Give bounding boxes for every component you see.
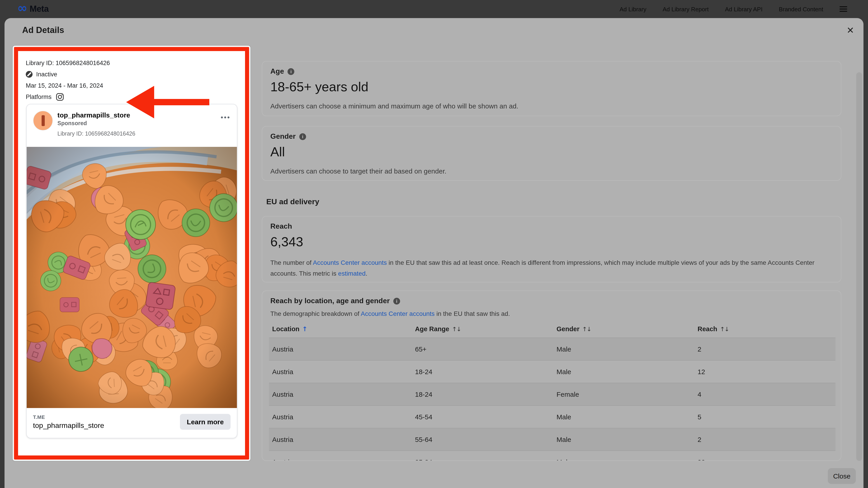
table-cell: Austria	[272, 338, 293, 360]
table-cell: Male	[557, 451, 571, 461]
nav-link-ad-library-api[interactable]: Ad Library API	[725, 6, 763, 12]
sort-both-icon: ↑↓	[452, 326, 461, 332]
reach-description: The number of Accounts Center accounts i…	[270, 257, 834, 279]
sort-both-icon: ↑↓	[582, 326, 591, 332]
ad-card-header: top_pharmapills_store Sponsored Library …	[27, 104, 237, 147]
table-cell: Austria	[272, 406, 293, 428]
table-cell: Male	[557, 338, 571, 360]
table-cell: 12	[698, 361, 705, 383]
modal-scrollbar[interactable]	[856, 72, 862, 461]
table-cell: Austria	[272, 383, 293, 405]
sponsored-label: Sponsored	[57, 120, 216, 127]
table-cell: Austria	[272, 428, 293, 451]
inactive-icon	[26, 71, 33, 78]
ad-date-range: Mar 15, 2024 - Mar 16, 2024	[26, 82, 237, 90]
breakdown-desc-text: The demographic breakdown of	[270, 310, 361, 317]
nav-link-ad-library[interactable]: Ad Library	[620, 6, 647, 12]
modal-title: Ad Details	[22, 25, 64, 35]
gender-value: All	[270, 144, 285, 160]
sort-header-location[interactable]: Location↑	[272, 325, 307, 332]
reach-breakdown-title: Reach by location, age and gender	[270, 297, 390, 305]
sort-header-age-range[interactable]: Age Range↑↓	[415, 325, 461, 332]
table-cell: 22	[698, 451, 705, 461]
table-cell: Female	[557, 383, 579, 405]
nav-links: Ad LibraryAd Library ReportAd Library AP…	[620, 0, 847, 18]
reach-desc-text: The number of	[270, 259, 313, 266]
reach-breakdown-card: Reach by location, age and gender i The …	[262, 291, 841, 461]
more-options-icon[interactable]: •••	[221, 111, 230, 147]
table-row: Austria25-34Male22	[269, 451, 835, 461]
instagram-icon	[56, 92, 64, 101]
reach-desc-text: .	[366, 270, 367, 277]
table-cell: 25-34	[415, 451, 432, 461]
meta-infinity-icon: ∞	[17, 0, 27, 17]
sort-both-icon: ↑↓	[720, 326, 729, 332]
eu-ad-delivery-heading: EU ad delivery	[266, 197, 319, 206]
learn-more-button[interactable]: Learn more	[180, 414, 230, 430]
hamburger-menu-icon[interactable]	[839, 6, 847, 12]
accounts-center-accounts-link[interactable]: Accounts Center accounts	[313, 259, 387, 266]
platforms-row: Platforms	[26, 92, 237, 101]
info-icon[interactable]: i	[299, 133, 306, 140]
ad-library-id: Library ID: 1065968248016426	[26, 59, 237, 67]
age-description: Advertisers can choose a minimum and max…	[270, 102, 518, 110]
table-cell: 2	[698, 338, 702, 360]
reach-table-body: Austria65+Male2Austria18-24Male12Austria…	[269, 337, 835, 461]
nav-link-ad-library-report[interactable]: Ad Library Report	[662, 6, 709, 12]
gender-description: Advertisers can choose to target their a…	[270, 167, 446, 175]
table-cell: 4	[698, 383, 702, 405]
top-nav-bar: ∞ Meta Ad LibraryAd Library ReportAd Lib…	[0, 0, 868, 18]
advertiser-page-name[interactable]: top_pharmapills_store	[57, 111, 216, 119]
reach-breakdown-description: The demographic breakdown of Accounts Ce…	[270, 310, 510, 317]
breakdown-desc-text: in the EU that saw this ad.	[435, 310, 510, 317]
gender-label: Gender	[270, 132, 296, 140]
ad-card-library-id: Library ID: 1065968248016426	[57, 130, 216, 137]
table-cell: Austria	[272, 361, 293, 383]
ad-card-footer: T.ME top_pharmapills_store Learn more	[27, 408, 237, 438]
ad-status: Inactive	[36, 70, 57, 78]
table-cell: 55-64	[415, 428, 432, 451]
accounts-center-accounts-link[interactable]: Accounts Center accounts	[361, 310, 435, 317]
reach-label: Reach	[270, 222, 292, 230]
sort-header-reach[interactable]: Reach↑↓	[698, 325, 729, 332]
table-row: Austria55-64Male2	[269, 428, 835, 451]
close-button[interactable]: Close	[828, 468, 856, 484]
table-cell: Male	[557, 428, 571, 451]
gender-section-card: Gender i All Advertisers can choose to t…	[262, 126, 841, 181]
advertiser-avatar	[33, 111, 53, 131]
platforms-label: Platforms	[26, 93, 52, 101]
reach-section-card: Reach 6,343 The number of Accounts Cente…	[262, 216, 841, 283]
ad-creative-card: top_pharmapills_store Sponsored Library …	[26, 104, 237, 438]
table-row: Austria18-24Male12	[269, 360, 835, 383]
reach-table-header: Location↑Age Range↑↓Gender↑↓Reach↑↓	[269, 325, 835, 337]
ad-details-modal: Ad Details ✕ Library ID: 106596824801642…	[4, 18, 864, 488]
ad-creative-image	[27, 147, 237, 408]
screen: ∞ Meta Ad LibraryAd Library ReportAd Lib…	[0, 0, 868, 488]
table-cell: Austria	[272, 451, 293, 461]
nav-link-branded-content[interactable]: Branded Content	[779, 6, 823, 12]
table-cell: Male	[557, 406, 571, 428]
table-cell: 18-24	[415, 383, 432, 405]
meta-logo[interactable]: ∞ Meta	[17, 0, 49, 18]
annotation-highlight-box: Library ID: 1065968248016426 Inactive Ma…	[14, 47, 249, 459]
table-cell: 45-54	[415, 406, 432, 428]
table-cell: 65+	[415, 338, 427, 360]
estimated-link[interactable]: estimated	[338, 270, 366, 277]
reach-value: 6,343	[270, 234, 303, 250]
info-icon[interactable]: i	[393, 297, 400, 304]
table-cell: Male	[557, 361, 571, 383]
sort-ascending-icon: ↑	[302, 325, 307, 332]
table-row: Austria65+Male2	[269, 337, 835, 360]
table-row: Austria18-24Female4	[269, 383, 835, 405]
table-cell: 5	[698, 406, 702, 428]
ad-status-row: Inactive	[26, 70, 237, 78]
info-icon[interactable]: i	[287, 68, 294, 75]
age-label: Age	[270, 67, 284, 75]
reach-table: Location↑Age Range↑↓Gender↑↓Reach↑↓ Aust…	[269, 325, 835, 461]
table-cell: 2	[698, 428, 702, 451]
close-icon[interactable]: ✕	[844, 24, 857, 37]
sort-header-gender[interactable]: Gender↑↓	[557, 325, 591, 332]
brand-name: Meta	[30, 4, 49, 14]
age-value: 18-65+ years old	[270, 79, 368, 94]
ad-link-title: top_pharmapills_store	[33, 421, 180, 429]
